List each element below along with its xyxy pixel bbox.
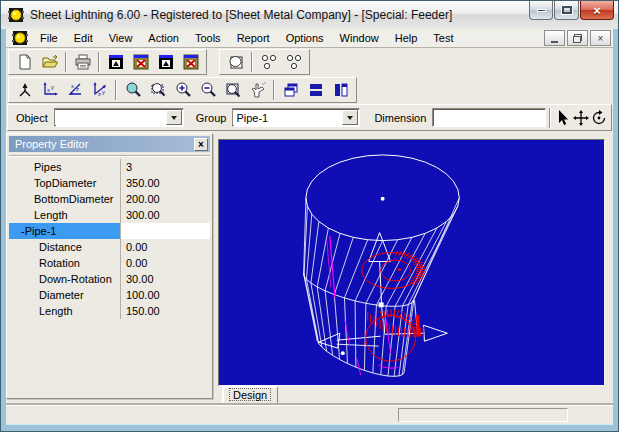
sphere-tool-button[interactable] bbox=[223, 50, 248, 74]
property-value bbox=[121, 223, 210, 239]
main-area: Property Editor × Pipes3 TopDiameter350.… bbox=[6, 131, 613, 405]
model-window-button[interactable] bbox=[153, 50, 178, 74]
menu-item-tools[interactable]: Tools bbox=[187, 30, 229, 46]
print-icon bbox=[74, 53, 92, 71]
new-button[interactable] bbox=[12, 50, 37, 74]
zoom-window-button[interactable] bbox=[145, 78, 170, 102]
mdi-minimize-button[interactable] bbox=[544, 30, 565, 46]
group-label: Group bbox=[196, 112, 227, 124]
menu-item-help[interactable]: Help bbox=[387, 30, 426, 46]
tab-design[interactable]: Design bbox=[222, 386, 278, 404]
mdi-minimize-icon bbox=[551, 41, 558, 43]
property-name: Length bbox=[9, 303, 121, 319]
rotate-icon bbox=[590, 109, 608, 127]
zoom-button[interactable] bbox=[120, 78, 145, 102]
rotate-tool-button[interactable] bbox=[590, 106, 608, 130]
zoom-out-button[interactable] bbox=[195, 78, 220, 102]
property-value: 150.00 bbox=[121, 303, 210, 319]
nodes-tool-b-button[interactable] bbox=[281, 50, 306, 74]
flat-pattern-button[interactable] bbox=[128, 50, 153, 74]
mdi-restore-icon bbox=[573, 34, 582, 43]
close-button[interactable]: × bbox=[580, 1, 614, 20]
property-row-topdiameter[interactable]: TopDiameter350.00 bbox=[9, 175, 210, 191]
toolbar-separator bbox=[98, 52, 100, 72]
titlebar[interactable]: Sheet Lightning 6.00 - Registered to [Sh… bbox=[1, 1, 618, 29]
property-row-bottomdiameter[interactable]: BottomDiameter200.00 bbox=[9, 191, 210, 207]
menu-item-action[interactable]: Action bbox=[140, 30, 187, 46]
file-toolbar bbox=[8, 49, 207, 75]
nodes-tool-a-button[interactable] bbox=[256, 50, 281, 74]
view-toolbar: xy xz zy bbox=[8, 77, 357, 103]
status-message bbox=[8, 408, 393, 422]
open-button[interactable] bbox=[37, 50, 62, 74]
flat-pattern-icon bbox=[132, 53, 150, 71]
mdi-document-icon[interactable] bbox=[12, 30, 28, 46]
zoom-extents-icon bbox=[224, 81, 242, 99]
object-combo[interactable] bbox=[54, 108, 184, 127]
property-row-length[interactable]: Length300.00 bbox=[9, 207, 210, 223]
view-xy-button[interactable]: xy bbox=[37, 78, 62, 102]
cascade-windows-button[interactable] bbox=[278, 78, 303, 102]
property-editor-close-button[interactable]: × bbox=[194, 138, 208, 151]
zoom-in-button[interactable] bbox=[170, 78, 195, 102]
svg-text:y: y bbox=[102, 89, 105, 95]
property-name: Length bbox=[9, 207, 121, 223]
mdi-restore-button[interactable] bbox=[567, 30, 588, 46]
property-name: Diameter bbox=[9, 287, 121, 303]
object-input[interactable] bbox=[55, 110, 166, 125]
dimension-input[interactable] bbox=[432, 108, 546, 127]
property-row-distance[interactable]: Distance0.00 bbox=[9, 239, 210, 255]
property-row-down-rotation[interactable]: Down-Rotation30.00 bbox=[9, 271, 210, 287]
group-input[interactable] bbox=[233, 110, 342, 125]
menu-item-file[interactable]: File bbox=[32, 30, 66, 46]
zoom-extents-button[interactable] bbox=[220, 78, 245, 102]
nodes-a-icon bbox=[259, 53, 279, 71]
menu-item-view[interactable]: View bbox=[101, 30, 141, 46]
menu-item-test[interactable]: Test bbox=[425, 30, 461, 46]
property-name: Down-Rotation bbox=[9, 271, 121, 287]
property-row-length2[interactable]: Length150.00 bbox=[9, 303, 210, 319]
pattern-window-button[interactable] bbox=[178, 50, 203, 74]
tile-vertical-button[interactable] bbox=[328, 78, 353, 102]
print-button[interactable] bbox=[70, 50, 95, 74]
toolbar-row-1 bbox=[6, 48, 613, 76]
view-xz-button[interactable]: xz bbox=[62, 78, 87, 102]
group-dropdown-arrow-icon[interactable] bbox=[342, 110, 358, 125]
view-zy-button[interactable]: zy bbox=[87, 78, 112, 102]
svg-text:y: y bbox=[51, 84, 54, 90]
iso-view-button[interactable] bbox=[12, 78, 37, 102]
menu-item-edit[interactable]: Edit bbox=[66, 30, 101, 46]
mdi-close-button[interactable]: × bbox=[590, 30, 611, 46]
menu-item-window[interactable]: Window bbox=[332, 30, 387, 46]
view-tabs: Design bbox=[218, 386, 278, 406]
select-tool-button[interactable] bbox=[554, 106, 572, 130]
group-combo[interactable] bbox=[232, 108, 360, 127]
model-view-icon bbox=[107, 53, 125, 71]
menu-item-report[interactable]: Report bbox=[229, 30, 278, 46]
minimize-button[interactable] bbox=[529, 1, 553, 20]
pan-button[interactable] bbox=[245, 78, 270, 102]
object-dropdown-arrow-icon[interactable] bbox=[166, 110, 182, 125]
design-viewport[interactable] bbox=[218, 139, 605, 386]
select-arrow-icon bbox=[554, 109, 572, 127]
model-view-button[interactable] bbox=[103, 50, 128, 74]
move-tool-button[interactable] bbox=[572, 106, 590, 130]
property-row-pipe-1[interactable]: -Pipe-1 bbox=[9, 223, 210, 239]
property-row-rotation[interactable]: Rotation0.00 bbox=[9, 255, 210, 271]
property-row-diameter[interactable]: Diameter100.00 bbox=[9, 287, 210, 303]
app-icon bbox=[8, 7, 24, 23]
maximize-button[interactable] bbox=[554, 1, 579, 20]
nodes-b-icon bbox=[284, 53, 304, 71]
move-icon bbox=[572, 109, 590, 127]
property-row-pipes[interactable]: Pipes3 bbox=[9, 159, 210, 175]
toolbar-separator bbox=[549, 108, 551, 128]
app-window: Sheet Lightning 6.00 - Registered to [Sh… bbox=[0, 0, 619, 432]
menubar: File Edit View Action Tools Report Optio… bbox=[6, 29, 613, 48]
property-editor-titlebar[interactable]: Property Editor × bbox=[9, 136, 210, 152]
menu-item-options[interactable]: Options bbox=[278, 30, 332, 46]
property-value: 200.00 bbox=[121, 191, 210, 207]
property-value: 100.00 bbox=[121, 287, 210, 303]
property-editor-panel: Property Editor × Pipes3 TopDiameter350.… bbox=[6, 133, 213, 399]
window-content: File Edit View Action Tools Report Optio… bbox=[6, 29, 613, 424]
tile-horizontal-button[interactable] bbox=[303, 78, 328, 102]
